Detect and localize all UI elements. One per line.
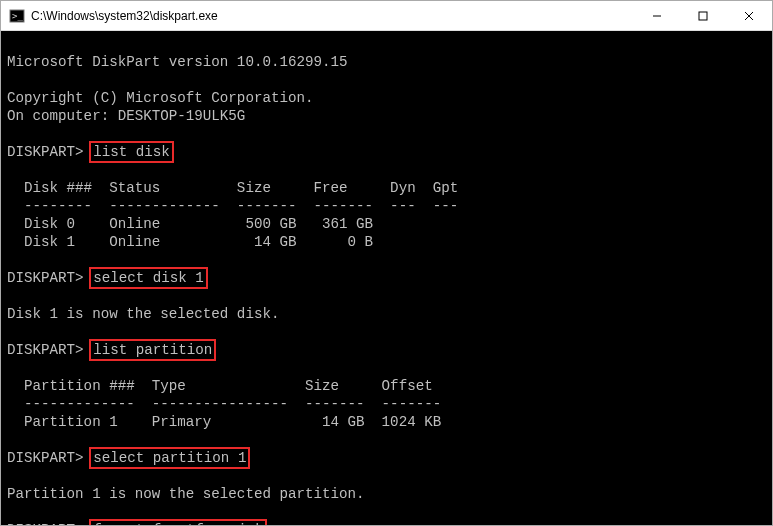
- window-controls: [634, 1, 772, 30]
- disk-selected-msg: Disk 1 is now the selected disk.: [7, 306, 279, 322]
- terminal-output[interactable]: Microsoft DiskPart version 10.0.16299.15…: [1, 31, 772, 525]
- prompt: DISKPART>: [7, 270, 92, 286]
- cmd-format: format fs=ntfs quick: [92, 522, 264, 525]
- close-button[interactable]: [726, 1, 772, 30]
- titlebar[interactable]: >_ C:\Windows\system32\diskpart.exe: [1, 1, 772, 31]
- cmd-list-disk: list disk: [92, 144, 171, 160]
- partition-table-rule: ------------- ---------------- ------- -…: [7, 396, 441, 412]
- prompt-line: DISKPART> list partition: [7, 342, 213, 358]
- partition-table-header: Partition ### Type Size Offset: [7, 378, 433, 394]
- partition-selected-msg: Partition 1 is now the selected partitio…: [7, 486, 365, 502]
- svg-text:>_: >_: [12, 11, 23, 21]
- cmd-select-partition: select partition 1: [92, 450, 247, 466]
- minimize-button[interactable]: [634, 1, 680, 30]
- disk-table-header: Disk ### Status Size Free Dyn Gpt: [7, 180, 458, 196]
- window-title: C:\Windows\system32\diskpart.exe: [31, 9, 634, 23]
- console-icon: >_: [9, 8, 25, 24]
- prompt: DISKPART>: [7, 450, 92, 466]
- cmd-select-disk: select disk 1: [92, 270, 205, 286]
- prompt: DISKPART>: [7, 522, 92, 525]
- computer-line: On computer: DESKTOP-19ULK5G: [7, 108, 245, 124]
- svg-rect-3: [699, 12, 707, 20]
- maximize-button[interactable]: [680, 1, 726, 30]
- cmd-list-partition: list partition: [92, 342, 213, 358]
- copyright-line: Copyright (C) Microsoft Corporation.: [7, 90, 314, 106]
- prompt-line: DISKPART> list disk: [7, 144, 171, 160]
- table-row: Partition 1 Primary 14 GB 1024 KB: [7, 414, 441, 430]
- diskpart-window: >_ C:\Windows\system32\diskpart.exe Micr…: [0, 0, 773, 526]
- prompt-line: DISKPART> select disk 1: [7, 270, 205, 286]
- version-line: Microsoft DiskPart version 10.0.16299.15: [7, 54, 348, 70]
- disk-table-rule: -------- ------------- ------- ------- -…: [7, 198, 458, 214]
- table-row: Disk 1 Online 14 GB 0 B: [7, 234, 373, 250]
- prompt: DISKPART>: [7, 144, 92, 160]
- table-row: Disk 0 Online 500 GB 361 GB: [7, 216, 373, 232]
- prompt-line: DISKPART> format fs=ntfs quick: [7, 522, 264, 525]
- prompt-line: DISKPART> select partition 1: [7, 450, 247, 466]
- prompt: DISKPART>: [7, 342, 92, 358]
